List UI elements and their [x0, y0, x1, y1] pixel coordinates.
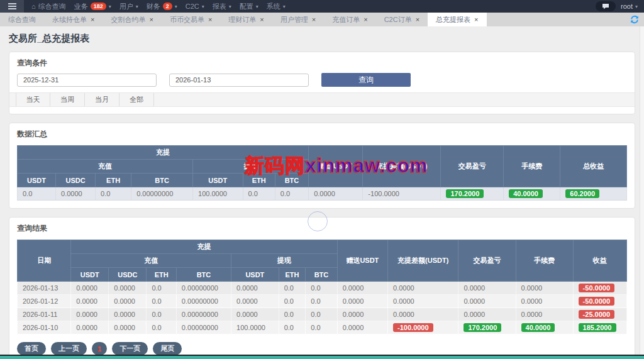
table-cell: 0.0: [18, 187, 56, 201]
close-icon[interactable]: ×: [260, 16, 264, 23]
scrollbar[interactable]: [640, 26, 644, 355]
nav-item-系统[interactable]: 系统▾: [267, 2, 286, 11]
date-end-input[interactable]: [169, 74, 309, 87]
refresh-icon[interactable]: [630, 15, 639, 25]
date-start-input[interactable]: [17, 74, 157, 87]
top-navbar: ⌂综合查询业务182▾用户▾财务2▾C2C▾报表▾配置▾系统▾ root ▾: [0, 0, 644, 13]
column-header: 充提差额(USDT): [388, 240, 458, 282]
table-cell: 0.0000: [337, 282, 387, 295]
query-button[interactable]: 查询: [321, 73, 411, 87]
pagination-prev-button[interactable]: 上一页: [51, 342, 87, 355]
table-cell: 0.0000: [388, 308, 458, 321]
nav-item-C2C[interactable]: C2C▾: [186, 3, 204, 10]
hamburger-menu-icon[interactable]: [0, 0, 24, 13]
results-table: 日期充提赠送USDT充提差额(USDT)交易盈亏手续费收益充值提现USDTUSD…: [17, 240, 627, 334]
chevron-down-icon: ▾: [229, 4, 231, 9]
user-menu[interactable]: root ▾: [621, 3, 638, 10]
close-icon[interactable]: ×: [312, 16, 316, 23]
table-cell: -50.0000: [573, 282, 626, 295]
nav-item-label: 用户: [119, 2, 133, 11]
nav-item-财务[interactable]: 财务2▾: [147, 2, 177, 11]
page-title: 交易所_总充提报表: [9, 33, 635, 45]
nav-item-业务[interactable]: 业务182▾: [74, 2, 111, 11]
summary-panel: 数据汇总 充提赠送USDT充提差额(USDT)交易盈亏手续费总收益充值提现USD…: [9, 123, 635, 209]
table-cell: 2026-01-12: [18, 295, 71, 308]
nav-item-label: 业务: [74, 2, 88, 11]
close-icon[interactable]: ×: [91, 16, 94, 23]
column-header: 充提差额(USDT): [363, 146, 441, 187]
table-cell: 0.0: [147, 321, 176, 334]
tab-label: 用户管理: [280, 15, 308, 25]
tab-币币交易单[interactable]: 币币交易单×: [162, 13, 220, 26]
pagination-current-page[interactable]: 1: [92, 342, 107, 355]
tab-充值订单[interactable]: 充值订单×: [324, 13, 375, 26]
pagination-last-button[interactable]: 尾页: [153, 342, 182, 355]
table-cell: 0.0000: [458, 282, 516, 295]
table-cell: 0.0000: [516, 282, 573, 295]
results-panel: 查询结果 日期充提赠送USDT充提差额(USDT)交易盈亏手续费收益充值提现US…: [9, 217, 635, 359]
column-header: USDT: [193, 174, 243, 187]
column-header: 总收益: [560, 146, 627, 187]
table-row: 2026-01-120.00000.00000.00.000000000.000…: [18, 295, 627, 308]
close-icon[interactable]: ×: [364, 16, 367, 23]
table-cell: 0.00000000: [176, 295, 231, 308]
column-header: 交易盈亏: [441, 146, 504, 187]
column-header: 日期: [18, 240, 71, 282]
nav-item-用户[interactable]: 用户▾: [119, 2, 138, 11]
tab-label: 综合查询: [8, 15, 36, 25]
close-icon[interactable]: ×: [149, 16, 153, 23]
nav-item-综合查询[interactable]: ⌂综合查询: [31, 2, 66, 11]
pagination-next-button[interactable]: 下一页: [112, 342, 148, 355]
column-header: 手续费: [504, 146, 560, 187]
status-badge: 170.2000: [464, 323, 501, 332]
close-icon[interactable]: ×: [416, 16, 419, 23]
quick-filter-全部[interactable]: 全部: [119, 93, 154, 106]
close-icon[interactable]: ×: [474, 16, 478, 23]
close-icon[interactable]: ×: [208, 16, 212, 23]
tab-label: 理财订单: [228, 15, 256, 25]
table-cell: 0.0: [306, 308, 337, 321]
quick-filter-当天[interactable]: 当天: [16, 93, 50, 106]
table-cell: 0.0000: [231, 282, 279, 295]
quick-filter-当周[interactable]: 当周: [50, 93, 85, 106]
tab-交割合约单[interactable]: 交割合约单×: [103, 13, 161, 26]
column-header: ETH: [96, 174, 131, 187]
table-cell: 0.0: [306, 295, 337, 308]
table-cell: 0.0000: [109, 308, 147, 321]
column-header: BTC: [275, 174, 308, 187]
column-header: USDC: [109, 268, 147, 282]
table-cell: 0.0000: [231, 295, 279, 308]
table-cell: 0.0000: [56, 187, 96, 201]
chevron-down-icon: ▾: [202, 4, 204, 9]
status-badge: 185.2000: [579, 323, 616, 332]
column-header: 充提: [71, 240, 337, 254]
tab-label: 币币交易单: [170, 15, 204, 25]
tab-list: 综合查询永续持仓单×交割合约单×币币交易单×理财订单×用户管理×充值订单×C2C…: [0, 13, 487, 26]
summary-panel-title: 数据汇总: [9, 123, 635, 144]
status-badge: 60.2000: [565, 189, 599, 198]
nav-item-配置[interactable]: 配置▾: [240, 2, 258, 11]
tab-总充提报表[interactable]: 总充提报表×: [428, 13, 486, 26]
table-cell: -25.0000: [573, 308, 626, 321]
tab-综合查询[interactable]: 综合查询: [0, 13, 44, 26]
tab-永续持仓单[interactable]: 永续持仓单×: [44, 13, 103, 26]
table-cell: 0.0000: [337, 295, 387, 308]
table-cell: 2026-01-11: [18, 308, 71, 321]
home-icon: ⌂: [31, 3, 36, 10]
chevron-down-icon: ▾: [635, 4, 638, 9]
navbar-right: root ▾: [596, 1, 644, 11]
quick-filter-当月[interactable]: 当月: [85, 93, 119, 106]
username: root: [621, 3, 633, 10]
table-cell: 0.0: [147, 308, 176, 321]
tab-用户管理[interactable]: 用户管理×: [272, 13, 324, 26]
tab-理财订单[interactable]: 理财订单×: [220, 13, 272, 26]
table-cell: 0.0000: [109, 295, 147, 308]
status-badge: 40.0000: [509, 189, 543, 198]
pagination-first-button[interactable]: 首页: [17, 342, 46, 355]
tab-C2C订单[interactable]: C2C订单×: [376, 13, 428, 26]
chat-bubble-icon[interactable]: [596, 1, 616, 11]
status-badge: -50.0000: [579, 297, 614, 306]
table-cell: 0.0000: [458, 308, 516, 321]
column-header: BTC: [131, 174, 193, 187]
nav-item-报表[interactable]: 报表▾: [213, 2, 231, 11]
